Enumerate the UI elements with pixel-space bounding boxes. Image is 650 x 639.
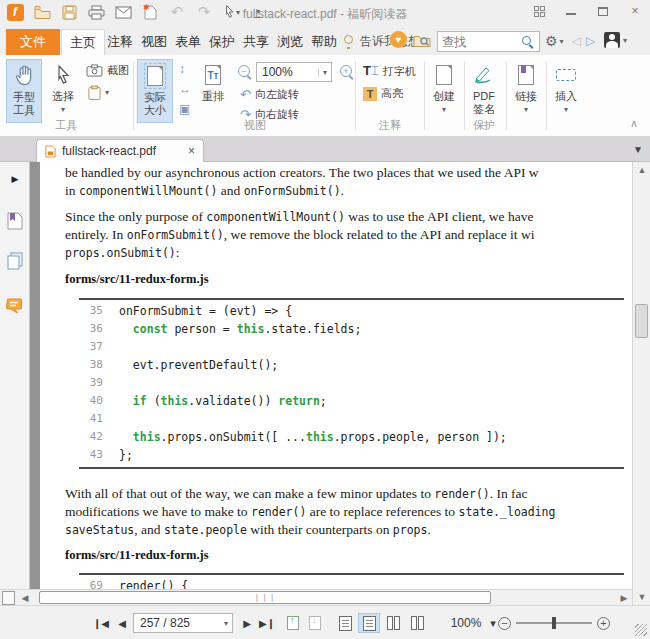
navigation-sidebar: ▶ [0,162,30,589]
search-icon[interactable] [522,36,531,45]
page-number-box: ▾ [133,613,233,633]
tab-list-menu-button[interactable]: ▼ [633,144,643,155]
layout-grid-button[interactable] [532,5,546,17]
first-page-button[interactable]: ❙◀ [92,615,110,631]
vertical-scrollbar[interactable]: ▲ ▼ [632,162,650,605]
last-page-button[interactable]: ▶❙ [258,615,276,631]
page-number-input[interactable] [134,616,224,630]
select-label: 选择 [52,90,74,103]
tab-help[interactable]: 帮助 [303,29,345,55]
zoom-slider-knob[interactable] [552,617,556,629]
typewriter-button[interactable]: T⌶ 打字机 [363,63,416,79]
fit-width-button[interactable]: ↔ [179,82,191,96]
continuous-facing-icon [411,616,424,630]
zoom-out-button[interactable]: − [238,65,250,77]
minimize-button[interactable] [564,5,578,17]
reflow-button[interactable]: Tт 重排 [197,59,229,123]
collapse-ribbon-button[interactable]: ∧ [630,117,638,130]
text-line: be handled by our asynchronous action cr… [65,164,632,182]
account-button[interactable]: ▾ [604,32,627,48]
highlight-button[interactable]: T 高亮 [363,86,403,101]
split-view-handle[interactable] [2,591,15,605]
triangle-right-icon: ▶ [12,174,19,184]
group-label-comment: 注释 [365,118,415,133]
document-view[interactable]: be handled by our asynchronous action cr… [31,162,632,589]
horizontal-scrollbar[interactable]: ◀ ❘❘❘ ▶ [0,589,632,605]
insert-button[interactable]: 插入 ▾ [550,59,582,123]
single-page-view-button[interactable] [334,613,356,633]
resize-grip[interactable] [635,624,647,636]
scroll-right-button[interactable]: ▶ [616,593,632,603]
actual-size-button[interactable]: 实际 大小 [137,59,173,123]
settings-button[interactable]: ⚙▾ [545,33,564,49]
zoom-level-combobox[interactable]: 100% ▾ [256,62,332,82]
select-tool-button[interactable]: 选择 ▾ [46,59,80,123]
history-forward-button[interactable]: ▷ [586,34,595,48]
close-button[interactable]: × [628,5,642,17]
horizontal-scroll-thumb[interactable]: ❘❘❘ [39,591,491,604]
group-separator [424,61,425,130]
chevron-down-icon: ▾ [105,88,109,97]
code-line: 39 [79,374,624,392]
code-block: 69render() {70 if (this.props.isLoading)… [79,573,624,589]
typewriter-icon: T⌶ [363,63,379,79]
code-line: 43}; [79,446,624,464]
continuous-facing-view-button[interactable] [406,613,428,633]
pages-panel-button[interactable] [0,246,30,276]
text-line: Since the only purpose of componentWillM… [65,208,632,226]
scroll-left-button[interactable]: ◀ [17,593,33,603]
close-tab-icon[interactable]: × [188,144,195,158]
maximize-button[interactable] [596,5,610,17]
facing-view-button[interactable] [382,613,404,633]
zoom-dropdown-button[interactable]: ▾ [488,615,498,631]
next-view-button[interactable] [306,615,324,631]
zoom-in-status-button[interactable]: + [597,615,610,631]
snapshot-button[interactable]: 截图 [86,63,129,78]
zoom-slider[interactable] [516,622,592,624]
scroll-down-button[interactable]: ▼ [633,589,650,605]
fit-visible-button[interactable]: ▣ [179,102,190,116]
previous-page-button[interactable]: ◀ [115,615,129,631]
rotate-left-button[interactable]: ↶ 向左旋转 [240,87,299,102]
search-input[interactable] [442,33,520,50]
previous-view-button[interactable] [284,615,302,631]
zoom-percentage[interactable]: 100% [448,615,484,631]
continuous-view-button[interactable] [358,613,380,633]
continuous-page-icon [363,616,376,631]
highlight-icon: T [363,87,377,101]
expand-panel-button[interactable]: ▶ [0,164,30,194]
zoom-in-button[interactable]: + [340,65,352,77]
scroll-up-button[interactable]: ▲ [633,162,650,178]
chevron-down-icon: ▾ [442,103,446,116]
actual-size-page-icon [147,63,163,89]
folder-search-icon [413,33,431,47]
favorite-button[interactable]: ♥ [390,31,407,48]
pen-signature-icon [473,62,495,88]
pdf-sign-button[interactable]: PDF 签名 [467,59,501,123]
text-line: modifications we have to make to render(… [65,503,632,521]
shared-review-button[interactable] [413,33,431,51]
clipboard-button[interactable]: ▾ [88,85,109,100]
zoom-out-status-button[interactable]: − [498,615,511,631]
line-number: 35 [79,302,103,320]
cursor-arrow-icon [55,62,71,88]
horizontal-scroll-track[interactable]: ❘❘❘ [33,590,616,606]
minimize-icon [566,13,576,15]
next-page-button[interactable]: ▶ [240,615,254,631]
link-button[interactable]: 链接 ▾ [510,59,542,123]
chevron-down-icon[interactable]: ▾ [224,619,232,628]
document-tab[interactable]: fullstack-react.pdf × [36,139,204,162]
group-label-tools: 工具 [30,118,102,133]
group-label-view: 视图 [210,118,300,133]
line-number: 36 [79,320,103,338]
fit-page-icon: ↕ [179,62,185,76]
vertical-scroll-thumb[interactable] [635,304,648,338]
comments-panel-button[interactable] [0,290,30,320]
bookmarks-panel-button[interactable] [0,206,30,236]
tab-file[interactable]: 文件 [6,29,60,55]
create-pdf-ribbon-button[interactable]: 创建 ▾ [428,59,460,123]
fit-page-button[interactable]: ↕ [179,62,185,76]
hand-tool-button[interactable]: 手型 工具 [6,59,42,123]
history-back-button[interactable]: ◁ [572,34,581,48]
heart-icon: ♥ [396,34,402,45]
